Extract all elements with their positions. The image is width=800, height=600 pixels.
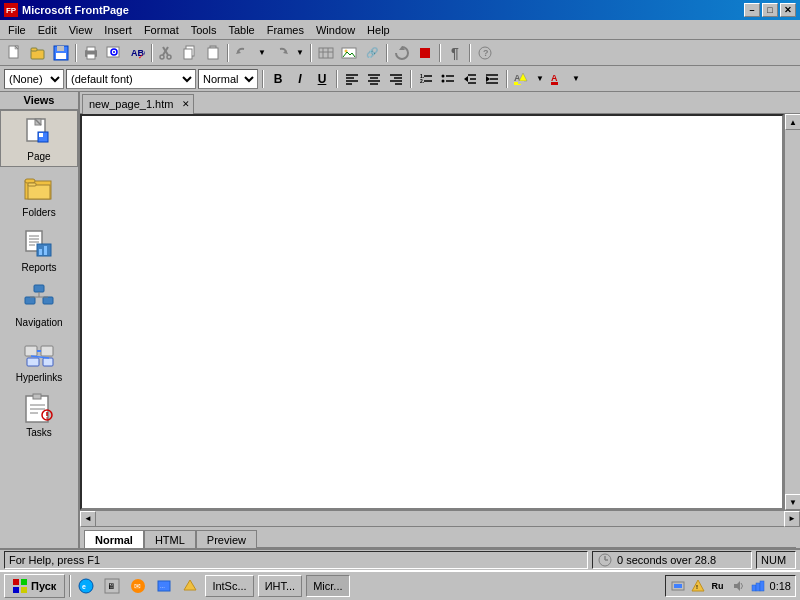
editor-wrapper: ▲ ▼ ◄ ► — [80, 114, 800, 526]
title-text: Microsoft FrontPage — [22, 4, 129, 16]
menu-edit[interactable]: Edit — [32, 22, 63, 38]
tab-filename: new_page_1.htm — [89, 98, 173, 110]
taskbar-intsc-button[interactable]: IntSc... — [205, 575, 253, 597]
menu-insert[interactable]: Insert — [98, 22, 138, 38]
font-select[interactable]: (default font) — [66, 69, 196, 89]
title-controls[interactable]: – □ ✕ — [744, 3, 796, 17]
scroll-track — [785, 130, 800, 494]
hyperlinks-icon — [23, 338, 55, 370]
refresh-button[interactable] — [391, 42, 413, 64]
quicklaunch-4[interactable]: ... — [153, 575, 175, 597]
italic-button[interactable]: I — [290, 69, 310, 89]
preview-button[interactable] — [103, 42, 125, 64]
svg-rect-90 — [34, 285, 44, 292]
quicklaunch-2[interactable]: 🖥 — [101, 575, 123, 597]
decrease-indent-button[interactable] — [460, 69, 480, 89]
tab-close-button[interactable]: ✕ — [182, 99, 190, 109]
svg-rect-89 — [44, 246, 47, 255]
taskbar-micr-button[interactable]: Micr... — [306, 575, 349, 597]
align-left-button[interactable] — [342, 69, 362, 89]
insert-image-button[interactable] — [338, 42, 360, 64]
tray-icon-network — [750, 578, 766, 594]
svg-rect-116 — [21, 587, 27, 593]
main-area: Views Page — [0, 92, 800, 548]
redo-dropdown[interactable]: ▼ — [293, 42, 307, 64]
bold-button[interactable]: B — [268, 69, 288, 89]
scroll-down-button[interactable]: ▼ — [785, 494, 800, 510]
increase-indent-button[interactable] — [482, 69, 502, 89]
scroll-right-button[interactable]: ► — [784, 511, 800, 527]
view-item-tasks[interactable]: Tasks — [0, 387, 78, 442]
menu-file[interactable]: File — [2, 22, 32, 38]
highlight-button[interactable]: A — [512, 69, 532, 89]
menu-view[interactable]: View — [63, 22, 99, 38]
new-button[interactable] — [4, 42, 26, 64]
views-panel: Views Page — [0, 92, 80, 548]
document-tab[interactable]: new_page_1.htm ✕ — [82, 94, 194, 114]
open-button[interactable] — [27, 42, 49, 64]
horizontal-scrollbar[interactable]: ◄ ► — [80, 510, 800, 526]
save-button[interactable] — [50, 42, 72, 64]
close-button[interactable]: ✕ — [780, 3, 796, 17]
menu-format[interactable]: Format — [138, 22, 185, 38]
menu-tools[interactable]: Tools — [185, 22, 223, 38]
separator — [469, 44, 471, 62]
redo-button[interactable] — [270, 42, 292, 64]
reports-icon — [23, 228, 55, 260]
vertical-scrollbar[interactable]: ▲ ▼ — [784, 114, 800, 510]
quicklaunch-5[interactable] — [179, 575, 201, 597]
svg-rect-131 — [752, 585, 756, 591]
editor-area[interactable] — [80, 114, 784, 510]
separator — [506, 70, 508, 88]
insert-hyperlink-button[interactable]: 🔗 — [361, 42, 383, 64]
start-button[interactable]: Пуск — [4, 574, 65, 598]
align-center-button[interactable] — [364, 69, 384, 89]
align-right-button[interactable] — [386, 69, 406, 89]
view-item-navigation[interactable]: Navigation — [0, 277, 78, 332]
style-select[interactable]: (None) — [4, 69, 64, 89]
spellcheck-button[interactable]: ABC ✓ — [126, 42, 148, 64]
font-color-button[interactable]: A — [548, 69, 568, 89]
svg-text:e: e — [82, 583, 86, 590]
size-select[interactable]: Normal — [198, 69, 258, 89]
paste-button[interactable] — [202, 42, 224, 64]
show-all-button[interactable]: ¶ — [444, 42, 466, 64]
svg-rect-23 — [184, 49, 192, 59]
scroll-up-button[interactable]: ▲ — [785, 114, 800, 130]
svg-rect-36 — [420, 48, 430, 58]
insert-table-button[interactable] — [315, 42, 337, 64]
view-item-folders[interactable]: Folders — [0, 167, 78, 222]
view-item-reports[interactable]: Reports — [0, 222, 78, 277]
menu-frames[interactable]: Frames — [261, 22, 310, 38]
undo-dropdown[interactable]: ▼ — [255, 42, 269, 64]
tab-normal[interactable]: Normal — [84, 530, 144, 548]
underline-button[interactable]: U — [312, 69, 332, 89]
undo-button[interactable] — [232, 42, 254, 64]
cut-button[interactable] — [156, 42, 178, 64]
highlight-dropdown[interactable]: ▼ — [534, 69, 546, 89]
view-item-page[interactable]: Page — [0, 110, 78, 167]
view-item-hyperlinks[interactable]: Hyperlinks — [0, 332, 78, 387]
unordered-list-button[interactable] — [438, 69, 458, 89]
quicklaunch-3[interactable]: ✉ — [127, 575, 149, 597]
menu-help[interactable]: Help — [361, 22, 396, 38]
menu-table[interactable]: Table — [222, 22, 260, 38]
ordered-list-button[interactable]: 1. 2. — [416, 69, 436, 89]
copy-button[interactable] — [179, 42, 201, 64]
svg-point-15 — [113, 51, 115, 53]
taskbar-int-button[interactable]: ИНТ... — [258, 575, 303, 597]
minimize-button[interactable]: – — [744, 3, 760, 17]
title-bar-left: FP Microsoft FrontPage — [4, 3, 129, 17]
svg-rect-79 — [25, 179, 35, 183]
tab-preview[interactable]: Preview — [196, 530, 257, 548]
quicklaunch-ie[interactable]: e — [75, 575, 97, 597]
print-button[interactable] — [80, 42, 102, 64]
svg-marker-125 — [184, 580, 196, 590]
menu-window[interactable]: Window — [310, 22, 361, 38]
tab-html[interactable]: HTML — [144, 530, 196, 548]
maximize-button[interactable]: □ — [762, 3, 778, 17]
font-color-dropdown[interactable]: ▼ — [570, 69, 582, 89]
help-button[interactable]: ? — [474, 42, 496, 64]
scroll-left-button[interactable]: ◄ — [80, 511, 96, 527]
stop-button[interactable] — [414, 42, 436, 64]
